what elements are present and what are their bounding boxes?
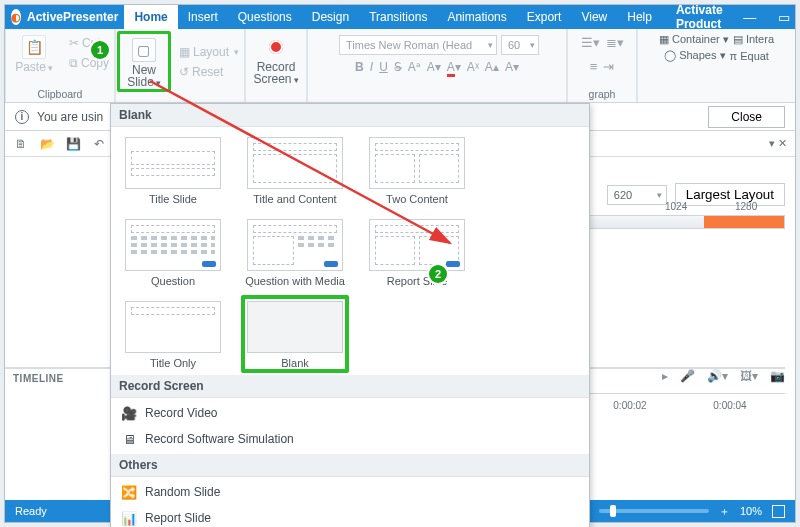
font-format-row: B I U S̶ Aᵃ A▾ A▾ Aᵡ A▴ A▾: [351, 58, 523, 76]
equation-button[interactable]: π Equat: [730, 50, 769, 62]
font-size-select[interactable]: 60: [501, 35, 539, 55]
dd-record-simulation[interactable]: 🖥Record Software Simulation: [111, 426, 589, 452]
superscript-button[interactable]: Aᵃ: [408, 60, 421, 74]
italic-button[interactable]: I: [370, 60, 373, 74]
timeline-label: TIMELINE: [13, 373, 64, 384]
layout-report-slide[interactable]: Report Slide: [369, 219, 465, 287]
record-screen-button[interactable]: Record Screen: [249, 31, 303, 86]
interactions-button[interactable]: ▤ Intera: [733, 33, 774, 46]
title-bar: ◐ ActivePresenter Home Insert Questions …: [5, 5, 795, 29]
qa-open-icon[interactable]: 📂: [39, 136, 55, 152]
tab-activate-product[interactable]: Activate Product: [666, 5, 733, 29]
tl-mic-icon[interactable]: 🎤: [680, 369, 695, 383]
tab-export[interactable]: Export: [517, 5, 572, 29]
layout-title-content[interactable]: Title and Content: [247, 137, 343, 205]
new-slide-button[interactable]: ▢ New Slide: [117, 31, 171, 92]
tab-insert[interactable]: Insert: [178, 5, 228, 29]
tab-questions[interactable]: Questions: [228, 5, 302, 29]
tab-home[interactable]: Home: [124, 5, 177, 29]
group-label-clipboard: Clipboard: [38, 88, 83, 100]
bullets-button[interactable]: ☰▾: [581, 35, 600, 50]
notice-close-button[interactable]: Close: [708, 106, 785, 128]
layout-question-media[interactable]: Question with Media: [247, 219, 343, 287]
indent-button[interactable]: ⇥: [603, 59, 614, 74]
dd-section-blank: Blank: [111, 104, 589, 127]
tl-play-icon[interactable]: ▸: [662, 369, 668, 383]
clipboard-icon: 📋: [22, 35, 46, 59]
new-slide-dropdown: Blank Title Slide Title and Content Two …: [110, 103, 590, 527]
numbering-button[interactable]: ≣▾: [606, 35, 624, 50]
bold-button[interactable]: B: [355, 60, 364, 74]
qa-undo-icon[interactable]: ↶: [91, 136, 107, 152]
ruler-mark-1024: 1024: [665, 201, 687, 212]
tl-vol-icon[interactable]: 🔊▾: [707, 369, 728, 383]
tab-help[interactable]: Help: [617, 5, 662, 29]
timeline-ruler[interactable]: 0:00:02 0:00:04: [590, 393, 785, 417]
highlight-button[interactable]: A▾: [427, 60, 441, 74]
shrink-font-button[interactable]: A▾: [505, 60, 519, 74]
layout-title-slide[interactable]: Title Slide: [125, 137, 221, 205]
dd-section-others: Others: [111, 454, 589, 477]
report-icon: 📊: [121, 510, 137, 526]
monitor-icon: 🖥: [121, 431, 137, 447]
minimize-button[interactable]: —: [733, 5, 767, 29]
maximize-button[interactable]: ▭: [767, 5, 800, 29]
tab-animations[interactable]: Animations: [437, 5, 516, 29]
canvas-size-controls: 620 Largest Layout: [607, 183, 785, 206]
record-icon: [264, 35, 288, 59]
group-label-paragraph: graph: [589, 88, 616, 100]
dd-report-slide[interactable]: 📊Report Slide: [111, 505, 589, 527]
underline-button[interactable]: U: [379, 60, 388, 74]
qa-save-icon[interactable]: 💾: [65, 136, 81, 152]
tab-transitions[interactable]: Transitions: [359, 5, 437, 29]
qa-new-icon[interactable]: 🗎: [13, 136, 29, 152]
status-ready: Ready: [15, 505, 47, 517]
strike-button[interactable]: S̶: [394, 60, 402, 74]
tab-design[interactable]: Design: [302, 5, 359, 29]
reset-button[interactable]: ↺ Reset: [175, 63, 243, 81]
container-button[interactable]: ▦ Container ▾: [659, 33, 729, 46]
fit-window-button[interactable]: [772, 505, 785, 518]
shuffle-icon: 🔀: [121, 484, 137, 500]
largest-layout-button[interactable]: Largest Layout: [675, 183, 785, 206]
grow-font-button[interactable]: A▴: [485, 60, 499, 74]
font-name-select[interactable]: Times New Roman (Head: [339, 35, 497, 55]
annotation-1: 1: [91, 41, 109, 59]
tl-tick-1: 0:00:02: [613, 400, 646, 411]
tab-view[interactable]: View: [571, 5, 617, 29]
video-icon: 🎥: [121, 405, 137, 421]
zoom-value: 10%: [740, 505, 762, 517]
ruler-mark-1280: 1280: [735, 201, 757, 212]
layout-title-only[interactable]: Title Only: [125, 301, 221, 369]
app-logo: ◐: [11, 9, 21, 25]
tl-cam-icon[interactable]: 📷: [770, 369, 785, 383]
zoom-slider[interactable]: [599, 509, 709, 513]
tl-tick-2: 0:00:04: [713, 400, 746, 411]
new-slide-icon: ▢: [132, 38, 156, 62]
window-controls: — ▭ ✕: [733, 5, 800, 29]
pane-menu[interactable]: ▾ ✕: [769, 137, 787, 150]
ribbon: 📋 Paste ✂ Cut ⧉ Copy Clipboard ▢ New Sli…: [5, 29, 795, 103]
dd-random-slide[interactable]: 🔀Random Slide: [111, 479, 589, 505]
zoom-in-button[interactable]: ＋: [719, 504, 730, 519]
canvas-ruler: 1024 1280: [585, 215, 785, 237]
clear-format-button[interactable]: Aᵡ: [467, 60, 479, 74]
layout-blank[interactable]: Blank: [247, 301, 343, 369]
layout-question[interactable]: Question: [125, 219, 221, 287]
layout-two-content[interactable]: Two Content: [369, 137, 465, 205]
shapes-button[interactable]: ◯ Shapes ▾: [664, 49, 725, 62]
align-button[interactable]: ≡: [590, 59, 598, 74]
dd-section-record: Record Screen: [111, 375, 589, 398]
timeline-toolbar: ▸ 🎤 🔊▾ 🖼▾ 📷: [662, 369, 785, 383]
tl-img-icon[interactable]: 🖼▾: [740, 369, 758, 383]
canvas-width-spinner[interactable]: 620: [607, 185, 667, 205]
menu-tabs: Home Insert Questions Design Transitions…: [124, 5, 732, 29]
app-name: ActivePresenter: [27, 10, 118, 24]
font-color-button[interactable]: A▾: [447, 60, 461, 74]
layout-button[interactable]: ▦ Layout: [175, 43, 243, 61]
info-icon: i: [15, 110, 29, 124]
paste-button[interactable]: 📋 Paste: [7, 31, 61, 74]
dd-record-video[interactable]: 🎥Record Video: [111, 400, 589, 426]
notice-text: You are usin: [37, 110, 103, 124]
annotation-2: 2: [429, 265, 447, 283]
